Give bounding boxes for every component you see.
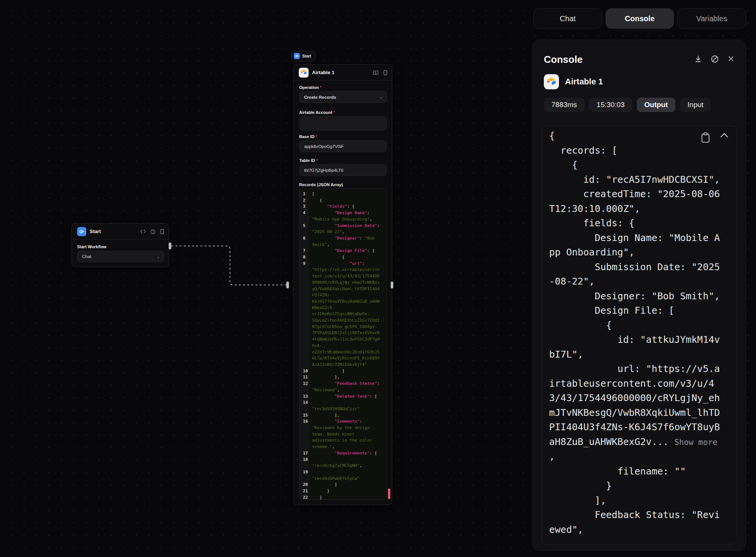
- records-editor-lines: 1[2 {3 "fields": {4 "Design Name": "Mobi…: [300, 191, 387, 500]
- editor-line: 15 ],: [300, 412, 387, 419]
- trigger-select[interactable]: Chat ⌄: [77, 251, 164, 262]
- editor-line: 7 "Design File": [: [300, 248, 387, 254]
- airtable-node-title: Airtable 1: [312, 70, 334, 75]
- airtable-logo-icon: [299, 68, 309, 78]
- output-json: { records: [ { id: "recA5I7nwHDCBCXSI", …: [549, 130, 720, 447]
- start-output-handle[interactable]: [169, 243, 171, 249]
- required-asterisk: *: [320, 86, 321, 90]
- chevron-down-icon: ⌄: [380, 95, 383, 99]
- copy-icon[interactable]: [701, 132, 710, 145]
- input-tab[interactable]: Input: [680, 98, 711, 112]
- workflow-canvas: Start Start Workflow Chat ⌄ Start: [0, 0, 756, 557]
- editor-line: 17 "Requirements": [: [300, 450, 387, 457]
- records-json-editor[interactable]: 1[2 {3 "fields": {4 "Design Name": "Mobi…: [299, 188, 387, 500]
- chevron-down-icon: ⌄: [157, 255, 160, 259]
- base-id-value: appklbrOpoGg7V0iF: [304, 144, 344, 149]
- editor-line: 12 "Feedback Status": "Reviewed",: [300, 381, 387, 393]
- code-icon[interactable]: [140, 229, 146, 234]
- airtable-account-input[interactable]: [299, 116, 387, 131]
- required-asterisk: *: [334, 110, 335, 115]
- chip-label: Start: [302, 54, 311, 58]
- airtable-output-handle[interactable]: [391, 282, 393, 288]
- required-asterisk: *: [315, 135, 317, 139]
- base-id-input[interactable]: appklbrOpoGg7V0iF: [299, 140, 387, 152]
- editor-line: 22 }: [300, 495, 387, 500]
- trigger-select-value: Chat: [82, 254, 91, 259]
- info-icon[interactable]: [151, 229, 155, 234]
- start-icon: [294, 53, 300, 59]
- editor-line: 20 ]: [300, 482, 387, 488]
- console-node-row: Airtable 1: [544, 74, 603, 89]
- required-asterisk: *: [316, 159, 318, 163]
- editor-line: 19 "recd9zDPwb0fx5yCw": [300, 469, 387, 482]
- editor-line: 14 "rec3dVU1HSNUqCjsr": [300, 400, 387, 412]
- operation-select[interactable]: Create Records ⌄: [299, 91, 387, 103]
- editor-line: 18 "recoGcbg7sCMC5gNH",: [300, 457, 387, 469]
- editor-line: 8 {: [300, 254, 387, 261]
- console-output-text: { records: [ { id: "recA5I7nwHDCBCXSI", …: [549, 129, 721, 537]
- console-node-name: Airtable 1: [565, 77, 603, 87]
- records-label: Records (JSON Array): [299, 182, 343, 187]
- device-icon[interactable]: [160, 229, 164, 234]
- airtable-node[interactable]: Airtable 1 Operation* Create Records ⌄ A…: [293, 64, 392, 505]
- tab-variables[interactable]: Variables: [677, 8, 746, 29]
- clear-console-icon[interactable]: [710, 54, 719, 65]
- incoming-connection-chip[interactable]: Start: [291, 51, 315, 61]
- close-icon[interactable]: [727, 54, 735, 65]
- operation-label: Operation*: [299, 85, 321, 90]
- editor-line: 6 "Designer": "Bob Smith",: [300, 235, 387, 248]
- start-icon: [77, 227, 86, 236]
- editor-line: 21 }: [300, 488, 387, 495]
- console-panel-title: Console: [544, 54, 583, 65]
- editor-line: 16 "Comments": "Reviewed by the design t…: [300, 419, 387, 450]
- tab-console[interactable]: Console: [605, 8, 674, 29]
- console-output-box: { records: [ { id: "recA5I7nwHDCBCXSI", …: [542, 126, 737, 545]
- editor-line: 5 "Submission Date": "2025-08-22",: [300, 223, 387, 235]
- start-node-title: Start: [90, 229, 101, 234]
- editor-line: 10 }: [300, 368, 387, 375]
- airtable-logo-icon: [544, 74, 559, 89]
- console-panel: Console Airtable 1 7883ms 15:30:03 Outpu…: [532, 40, 746, 551]
- collapse-icon[interactable]: [720, 132, 728, 145]
- editor-line: 9 "url": "https://v5.airtableusercontent…: [300, 261, 387, 368]
- output-json: , filename: "" } ], Feedback Status: "Re…: [549, 451, 720, 535]
- airtable-node-header: Airtable 1: [293, 65, 392, 81]
- airtable-input-handle[interactable]: [286, 282, 289, 288]
- start-workflow-label: Start Workflow: [77, 244, 106, 249]
- operation-value: Create Records: [304, 95, 336, 100]
- device-icon[interactable]: [383, 70, 387, 75]
- editor-line: 3 "fields": {: [300, 204, 387, 210]
- account-label: Airtable Account*: [299, 110, 335, 115]
- table-id-input[interactable]: tbl7G7jZgHpBp4LT6: [299, 164, 387, 176]
- timestamp-badge: 15:30:03: [589, 98, 632, 112]
- show-more-link[interactable]: Show more: [674, 438, 717, 447]
- download-icon[interactable]: [694, 54, 703, 65]
- base-id-label: Base ID*: [299, 134, 317, 139]
- editor-line: 2 {: [300, 198, 387, 204]
- start-node-header: Start: [72, 224, 169, 240]
- editor-scrollbar-thumb[interactable]: [388, 489, 390, 499]
- duration-badge: 7883ms: [544, 98, 585, 112]
- editor-line: 4 "Design Name": "Mobile App Onboarding"…: [300, 210, 387, 222]
- editor-line: 13 "Related Task": [: [300, 394, 387, 400]
- table-id-value: tbl7G7jZgHpBp4LT6: [304, 168, 343, 173]
- docs-icon[interactable]: [373, 70, 379, 75]
- editor-line: 1[: [300, 191, 387, 198]
- start-node[interactable]: Start Start Workflow Chat ⌄: [71, 223, 169, 267]
- editor-line: 11 ],: [300, 374, 387, 381]
- output-tab[interactable]: Output: [637, 98, 675, 112]
- table-id-label: Table ID*: [299, 158, 318, 163]
- tab-chat[interactable]: Chat: [533, 8, 602, 29]
